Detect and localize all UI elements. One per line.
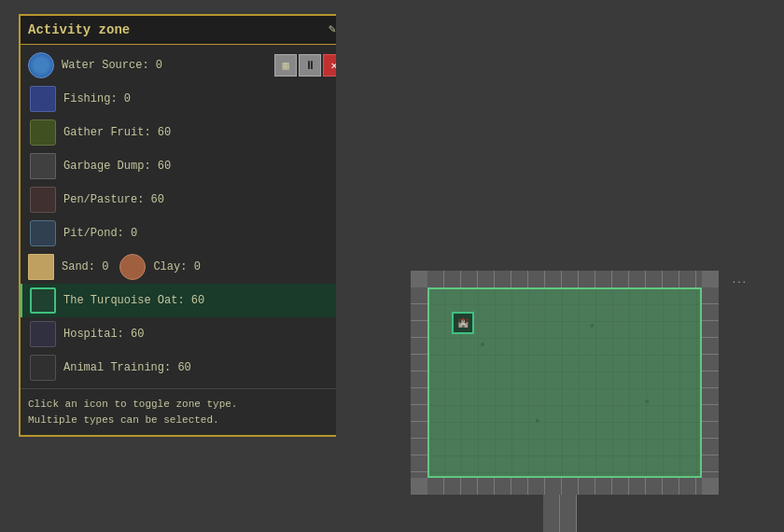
garbage-icon (30, 153, 56, 179)
zone-item-hospital[interactable]: Hospital: 60 (21, 317, 353, 351)
sand-icon (28, 254, 54, 280)
corner-bl (411, 478, 427, 495)
zone-item-garbage[interactable]: Garbage Dump: 60 (21, 149, 353, 183)
stone-bottom (411, 478, 719, 495)
garbage-label: Garbage Dump: 60 (63, 160, 345, 173)
sand-clay-row: Sand: 0 Clay: 0 (21, 250, 353, 284)
stone-top (411, 271, 719, 287)
clay-part[interactable]: Clay: 0 (119, 254, 200, 280)
pit-label: Pit/Pond: 0 (63, 227, 345, 240)
fruit-label: Gather Fruit: 60 (63, 126, 345, 139)
water-label: Water Source: 0 (62, 59, 274, 72)
water-icon (28, 52, 54, 78)
green-interior: 🏰 (427, 287, 702, 478)
stone-left (411, 271, 427, 495)
fruit-icon (30, 119, 56, 146)
pause-button[interactable]: ⏸ (299, 54, 321, 77)
zone-item-animal[interactable]: Animal Training: 60 (21, 351, 353, 385)
instructions-line1: Click an icon to toggle zone type. (28, 397, 345, 413)
pit-icon (30, 220, 56, 246)
hospital-label: Hospital: 60 (63, 328, 345, 341)
turquoise-label: The Turquoise Oat: 60 (63, 294, 345, 307)
zone-item-fishing[interactable]: Fishing: 0 (21, 82, 353, 116)
corner-tl (411, 271, 427, 287)
fishing-icon (30, 86, 56, 112)
panel-title-bar: Activity zone ✎ (21, 16, 353, 45)
zone-list: Water Source: 0 ▦ ⏸ ✕ Fishing: 0 Gather … (21, 45, 353, 388)
pasture-label: Pen/Pasture: 60 (63, 193, 345, 206)
stone-right (702, 271, 719, 495)
grid-button[interactable]: ▦ (274, 54, 297, 77)
animal-label: Animal Training: 60 (63, 361, 345, 374)
map-zone: 🏰 (411, 271, 719, 495)
zone-item-turquoise[interactable]: The Turquoise Oat: 60 (21, 284, 353, 317)
zone-item-pasture[interactable]: Pen/Pasture: 60 (21, 183, 353, 217)
activity-panel: Activity zone ✎ Water Source: 0 ▦ ⏸ ✕ Fi… (19, 14, 355, 437)
sand-part[interactable]: Sand: 0 (28, 254, 108, 280)
fishing-label: Fishing: 0 (63, 92, 345, 105)
clay-icon (119, 254, 146, 280)
map-area: 🏰 ... (336, 0, 784, 532)
map-corner-label: ... (732, 276, 747, 286)
turquoise-icon (30, 287, 56, 314)
bottom-path (543, 495, 577, 532)
sand-label: Sand: 0 (62, 260, 108, 273)
zone-item-fruit[interactable]: Gather Fruit: 60 (21, 116, 353, 149)
pasture-icon (30, 187, 56, 213)
zone-item-water[interactable]: Water Source: 0 ▦ ⏸ ✕ (21, 49, 353, 82)
animal-icon (30, 355, 56, 381)
zone-map-icon: 🏰 (452, 312, 474, 334)
corner-br (702, 478, 719, 495)
hospital-icon (30, 321, 56, 347)
instructions-line2: Multiple types can be selected. (28, 413, 345, 428)
panel-title: Activity zone (28, 22, 130, 37)
clay-label: Clay: 0 (153, 260, 200, 273)
zone-item-pit[interactable]: Pit/Pond: 0 (21, 217, 353, 250)
zone-controls: ▦ ⏸ ✕ (274, 54, 345, 77)
corner-tr (702, 271, 719, 287)
instructions: Click an icon to toggle zone type. Multi… (21, 388, 353, 435)
